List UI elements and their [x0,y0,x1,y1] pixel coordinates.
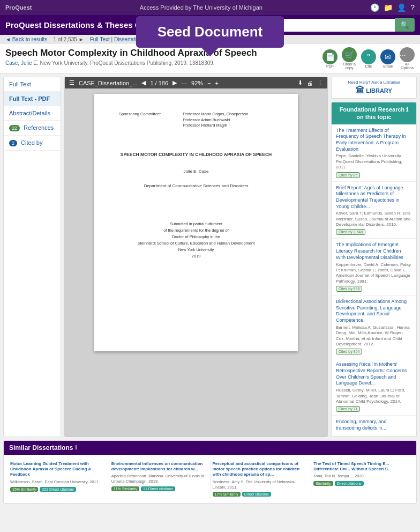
doc-meta-text: New York University. ProQuest Dissertati… [40,60,214,66]
sidebar-cited-by[interactable]: 2 Cited by [4,136,61,151]
help-icon[interactable]: ? [410,3,415,12]
fr-item-5-meta: Russell, Ginny; Miller, Laura L; Ford, T… [336,388,412,404]
back-to-results[interactable]: ◄ Back to results [5,36,47,42]
fr-header: Foundational Research ℹ on this topic [332,102,416,124]
cited-by-badge: 2 [9,140,17,146]
pdf-page: Sponsoring Committee: Professor Maria Gr… [94,94,298,351]
history-icon[interactable]: 🕐 [370,3,379,12]
all-options-action[interactable]: ··· AllOptions [400,47,415,70]
fr-item-1-meta: Pepe, Danielle. Yeshiva University. ProQ… [336,153,412,170]
sd-item-3: Perceptual and acoustical comparisons of… [211,459,312,499]
fr-item-4-badge: Cited by 954 [336,349,362,354]
pdf-author: Julie E. Case [116,168,276,174]
sd-item-2-title[interactable]: Environmental influences on communicatio… [111,461,208,472]
pdf-filename: CASE_Dissertation_... [79,80,137,86]
pdf-print-icon[interactable]: 🖨 [307,80,313,86]
pdf-toolbar: ☰ CASE_Dissertation_... ◀ 1 / 186 ▶ — 92… [65,77,327,88]
pdf-action[interactable]: 📄 PDF [322,49,338,68]
fr-item-6: Encoding, memory, and transcoding defici… [332,416,416,436]
main-layout: Full Text Full Text - PDF Abstract/Detai… [0,73,420,440]
document-actions: 📄 PDF 🛒 Order acopy " Cite ✉ Email ··· A… [322,47,415,70]
fr-item-5-badge: Cited by 71 [336,406,360,412]
sd-item-4: The Test of Timed Speech Timing E... Dif… [311,459,412,499]
pdf-page-num: 1 / 186 [150,80,168,86]
pdf-more-icon[interactable]: ⋮ [317,79,323,86]
sd-item-2-badges: 11% Similarity 11 Direct citations [111,486,208,491]
pdf-menu-icon[interactable]: ☰ [69,79,74,86]
top-nav: ProQuest Access Provided by The Universi… [0,0,420,15]
pdf-content: Sponsoring Committee: Professor Maria Gr… [65,88,327,437]
sd-item-2-badge1: 11% Similarity [111,486,139,491]
sd-item-3-title[interactable]: Perceptual and acoustical comparisons of… [213,461,309,478]
search-button[interactable]: 🔍 [395,18,415,32]
references-badge: 22 [9,125,20,131]
pdf-zoom-in[interactable]: + [215,80,219,86]
sd-item-1-meta: Williamson, Sarah. East Carolina Univers… [10,479,107,485]
need-help-link[interactable]: Need Help? Ask a Librarian [334,80,414,85]
committee-label: Sponsoring Committee: [117,111,179,129]
sidebar-full-text[interactable]: Full Text [4,77,61,92]
foundational-research: Foundational Research ℹ on this topic Th… [331,102,417,437]
pdf-zoom-out[interactable]: − [207,80,211,86]
sd-item-1-badge2: 222 Direct citations [40,487,76,492]
sd-item-4-title[interactable]: The Test of Timed Speech Timing E... Dif… [313,461,410,472]
library-logo: Need Help? Ask a Librarian 🏛 LIBRARY [331,77,417,99]
fr-item-2-title[interactable]: Brief Report: Ages of Language Milestone… [336,185,412,210]
fr-item-4-meta: Barnett, Melissa A; Gustafsson, Hanna; D… [336,325,412,348]
seed-tooltip: Seed Document [136,16,284,48]
sd-item-2-meta: Aparicio Betancourt, Mariana. University… [111,474,208,484]
fr-item-2: Brief Report: Ages of Language Milestone… [332,182,416,239]
cite-action[interactable]: " Cite [361,49,376,68]
sd-item-3-badge2: Direct citations [242,492,271,497]
pdf-prev-page[interactable]: ◀ [141,79,146,86]
sd-item-4-badges: Similarity Direct citations [313,481,410,486]
sd-info-icon[interactable]: ℹ [75,445,77,450]
sidebar-references[interactable]: 22 References [4,121,61,136]
sd-item-4-badge1: Similarity [313,481,333,486]
pdf-main-title: SPEECH MOTOR COMPLEXITY IN CHILDHOOD APR… [116,152,276,158]
user-icon[interactable]: 👤 [397,3,406,12]
sd-item-4-meta: Tona, Tori N. Tampa..., 2020. [313,474,410,479]
fr-item-3-title[interactable]: The Implications of Emergent Literacy Re… [336,242,412,261]
sd-items: Motor Learning Guided Treatment with Chi… [4,455,416,504]
sd-item-2-badge2: 11 Direct citations [141,486,175,491]
order-copy-action[interactable]: 🛒 Order acopy [342,47,357,70]
sidebar-abstract[interactable]: Abstract/Details [4,106,61,121]
fr-info-icon[interactable]: ℹ [406,106,408,113]
pdf-department: Department of Communicative Sciences and… [116,183,276,189]
fr-item-3-meta: Koppenhaver, David A; Coleman, Patsy P; … [336,262,412,285]
left-sidebar: Full Text Full Text - PDF Abstract/Detai… [3,77,61,437]
fr-item-6-title[interactable]: Encoding, memory, and transcoding defici… [336,419,412,431]
fr-item-5-title[interactable]: Assessing Recall in Mothers' Retrospecti… [336,361,412,387]
pdf-zoom: 92% [191,80,203,86]
fr-item-3-badge: Cited by 938 [336,286,362,292]
email-action[interactable]: ✉ Email [380,49,395,68]
pdf-submission: Submitted in partial fulfillment of the … [116,221,276,260]
pdf-viewer: ☰ CASE_Dissertation_... ◀ 1 / 186 ▶ — 92… [64,77,328,437]
fr-item-3: The Implications of Emergent Literacy Re… [332,239,416,295]
proquest-logo: ProQuest [5,4,32,11]
fr-item-4-title[interactable]: Bidirectional Associations Among Sensiti… [336,299,412,324]
result-counter: 1 of 2,535 ► [53,36,84,42]
sd-item-1-title[interactable]: Motor Learning Guided Treatment with Chi… [10,461,107,478]
fr-item-5: Assessing Recall in Mothers' Retrospecti… [332,358,416,416]
fr-item-2-meta: Kover, Sara T; Edmunds, Sarah R; Ellis W… [336,211,412,227]
sd-item-1-badge1: 15% Similarity [10,487,38,492]
sidebar-full-text-pdf[interactable]: Full Text - PDF [4,92,61,106]
folder-icon[interactable]: 📁 [384,3,393,12]
document-meta: Case, Julie E. New York University. ProQ… [5,60,257,66]
sd-item-2: Environmental influences on communicatio… [109,459,211,499]
pdf-separator: — [181,80,187,86]
pdf-download-icon[interactable]: ⬇ [298,79,303,86]
sd-header: Similar Dissertations ℹ [4,441,416,455]
sd-item-3-meta: Nordness, Amy S. The University of Nebra… [213,479,309,490]
author-link[interactable]: Case, Julie E. [5,60,39,66]
pdf-next-page[interactable]: ▶ [172,79,177,86]
fr-item-1-title[interactable]: The Treatment Effects of Frequency of Sp… [336,128,412,153]
sd-item-3-badges: 17% Similarity Direct citations [213,492,309,497]
sd-item-1: Motor Learning Guided Treatment with Chi… [8,459,109,499]
sd-item-1-badges: 15% Similarity 222 Direct citations [10,487,107,492]
provider-text: Access Provided by The University of Mic… [140,4,262,11]
fr-item-1: The Treatment Effects of Frequency of Sp… [332,124,416,182]
similar-dissertations: Similar Dissertations ℹ Motor Learning G… [3,440,417,504]
